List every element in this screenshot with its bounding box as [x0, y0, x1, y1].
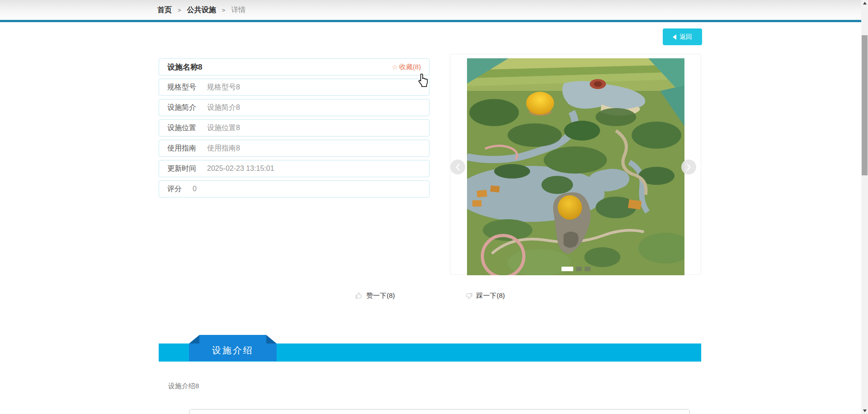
table-row: 评分 0 [159, 180, 429, 198]
dislike-button[interactable]: 踩一下(8) [465, 292, 505, 300]
carousel-indicator-active[interactable] [561, 267, 573, 271]
back-button-label: 返回 [679, 33, 692, 41]
facility-photo [467, 58, 684, 275]
header-bar: 首页 > 公共设施 > 详情 [0, 0, 868, 20]
table-row: 更新时间 2025-02-23 13:15:01 [159, 160, 429, 177]
table-row: 设施简介 设施简介8 [159, 99, 429, 116]
facility-title-row: 设施名称8 ☆ 收藏(8) [159, 58, 429, 75]
like-button[interactable]: 赞一下(8) [355, 292, 395, 300]
breadcrumb-section[interactable]: 公共设施 [187, 5, 216, 15]
row-value: 2025-02-23 13:15:01 [207, 165, 274, 173]
favorite-button[interactable]: ☆ 收藏(8) [392, 63, 421, 71]
breadcrumb-current: 详情 [231, 5, 245, 15]
section-ribbon-bar: 设施介绍 [159, 343, 701, 362]
chevron-left-icon [455, 163, 460, 171]
table-row: 使用指南 使用指南8 [159, 140, 429, 157]
row-label: 更新时间 [167, 164, 196, 174]
carousel-prev-button[interactable] [450, 160, 465, 174]
star-icon: ☆ [392, 63, 398, 71]
breadcrumb-home[interactable]: 首页 [157, 5, 172, 15]
facility-info-panel: 设施名称8 ☆ 收藏(8) 规格型号 规格型号8 设施简介 设施简介8 设施位置… [159, 58, 429, 201]
row-label: 设施位置 [167, 123, 196, 133]
aerial-park-illustration [467, 58, 684, 275]
carousel-indicator[interactable] [576, 267, 582, 271]
row-value: 0 [193, 185, 197, 193]
photo-carousel [450, 54, 701, 275]
table-row: 规格型号 规格型号8 [159, 79, 429, 96]
scroll-up-icon [863, 2, 867, 5]
row-label: 规格型号 [167, 83, 196, 92]
row-label: 使用指南 [167, 144, 196, 153]
row-value: 设施简介8 [207, 103, 240, 113]
thumbs-down-icon [465, 292, 473, 300]
back-arrow-icon [673, 34, 676, 40]
scroll-up-button[interactable] [861, 0, 868, 6]
scrollbar-thumb[interactable] [862, 35, 868, 175]
breadcrumb: 首页 > 公共设施 > 详情 [157, 0, 245, 20]
row-label: 评分 [167, 184, 182, 194]
dislike-label: 踩一下(8) [476, 292, 505, 300]
comment-input-box[interactable] [189, 409, 690, 414]
section-title: 设施介绍 [212, 344, 254, 357]
favorite-label: 收藏(8) [399, 63, 421, 71]
section-ribbon-tab: 设施介绍 [189, 335, 277, 361]
back-button[interactable]: 返回 [663, 28, 702, 45]
chevron-right-icon [686, 163, 691, 171]
carousel-indicators [467, 267, 684, 271]
breadcrumb-separator: > [178, 7, 181, 14]
carousel-indicator[interactable] [585, 267, 590, 271]
row-value: 规格型号8 [207, 83, 240, 92]
carousel-next-button[interactable] [681, 160, 696, 174]
page: 首页 > 公共设施 > 详情 返回 设施名称8 ☆ 收藏(8) 规格型号 规格型… [0, 0, 868, 414]
table-row: 设施位置 设施位置8 [159, 119, 429, 136]
facility-name: 设施名称8 [167, 62, 202, 72]
like-label: 赞一下(8) [366, 292, 395, 300]
header-accent-line [0, 20, 868, 22]
row-value: 使用指南8 [207, 144, 240, 153]
scroll-down-button[interactable] [861, 408, 868, 414]
breadcrumb-separator: > [222, 7, 226, 14]
row-label: 设施简介 [167, 103, 196, 113]
thumbs-up-icon [355, 292, 363, 300]
reactions-bar: 赞一下(8) 踩一下(8) [159, 292, 701, 300]
row-value: 设施位置8 [207, 123, 240, 133]
scroll-down-icon [863, 409, 867, 412]
vertical-scrollbar[interactable] [861, 0, 868, 414]
intro-text: 设施介绍8 [168, 382, 199, 390]
